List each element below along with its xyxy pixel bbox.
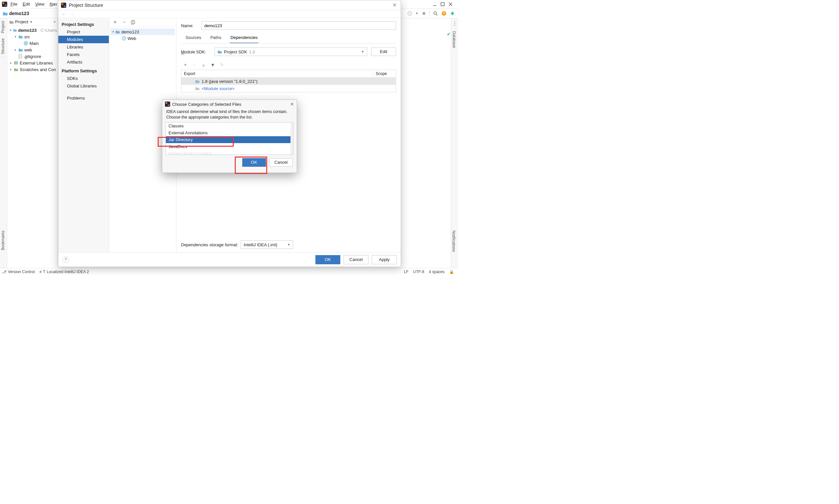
separator [429,11,430,16]
tree-node-main[interactable]: CMain [8,40,57,47]
list-item[interactable]: Jar Directory [166,136,293,143]
list-item[interactable]: JavaDocs [166,143,293,150]
tree-node-web[interactable]: ▸web [8,47,57,53]
nav-sdks[interactable]: SDKs [58,75,109,82]
tree-node-scratches[interactable]: ▸Scratches and Con [8,66,57,73]
project-tree[interactable]: ▾demo123 C:\Users ▾src CMain ▸web .gitig… [7,25,58,74]
intellij-logo-icon [2,2,7,7]
svg-rect-20 [64,5,66,7]
edit-dependency-icon: ✎ [220,62,224,68]
window-close-icon[interactable] [448,2,453,6]
tab-dependencies[interactable]: Dependencies [230,33,258,43]
menu-navigate[interactable]: Nav [48,1,59,7]
nav-global-libraries[interactable]: Global Libraries [58,82,109,90]
dialog-close-icon[interactable]: ✕ [391,2,398,8]
rail-more-icon[interactable]: ⋮ [451,18,458,29]
nav-modules[interactable]: Modules [58,36,109,43]
module-tree[interactable]: ▾ demo123 Web [109,26,176,43]
status-lock-icon[interactable]: 🔒 [449,270,454,274]
list-item[interactable]: Classes [166,123,293,129]
add-dependency-icon[interactable]: ＋ [183,62,188,68]
svg-line-10 [436,14,438,15]
choose-categories-dialog: Choose Categories of Selected Files ✕ ID… [162,100,297,173]
menu-view[interactable]: View [33,1,46,7]
dialog-close-icon[interactable]: ✕ [290,102,294,107]
project-tool-window: Project ▼ ⌖ ▾demo123 C:\Users ▾src CMain… [7,18,58,268]
toolwindow-vcs-tab[interactable]: ⎇ Version Control [2,270,35,274]
project-view-caret-icon[interactable]: ▼ [30,20,32,23]
category-list[interactable]: Classes External Annotations Jar Directo… [166,122,293,155]
col-export[interactable]: Export [181,70,373,77]
rail-tab-bookmarks[interactable]: Bookmarks [0,229,6,252]
tree-node-demo123[interactable]: ▾demo123 C:\Users [8,27,57,33]
list-item[interactable]: Native Library Location [166,150,293,155]
tree-node-gitignore[interactable]: .gitignore [8,53,57,59]
select-opened-file-icon[interactable]: ⌖ [53,19,56,24]
tab-sources[interactable]: Sources [185,33,202,43]
dependencies-toolbar: ＋ － ▲ ▼ ✎ [181,61,396,69]
status-indent[interactable]: 4 spaces [429,270,445,274]
dialog-title: Project Structure [69,3,103,8]
nav-back-icon[interactable]: ← [62,12,66,17]
remove-module-icon[interactable]: － [122,19,127,25]
module-node-demo123[interactable]: ▾ demo123 [110,29,175,35]
nav-artifacts[interactable]: Artifacts [58,58,109,66]
breadcrumb[interactable]: demo123 [3,11,29,16]
list-item[interactable]: External Annotations [166,129,293,136]
add-module-icon[interactable]: ＋ [113,19,118,25]
window-minimize-icon[interactable] [432,2,437,6]
rail-tab-project[interactable]: Project [0,18,6,36]
rail-tab-structure[interactable]: Structure [0,36,6,57]
cancel-button[interactable]: Cancel [269,158,293,167]
run-config-icon[interactable] [407,11,413,16]
dialog-titlebar: Project Structure ✕ [58,0,401,10]
dialog-title: Choose Categories of Selected Files [172,102,241,107]
rail-tab-notifications[interactable]: Notifications [451,229,457,254]
ok-button[interactable]: OK [242,158,266,167]
svg-text:C: C [25,42,27,45]
svg-rect-16 [15,61,16,65]
rail-tab-database[interactable]: Database [451,29,457,50]
nav-facets[interactable]: Facets [58,51,109,58]
status-encoding[interactable]: UTF-8 [413,270,424,274]
svg-point-9 [434,12,436,14]
ok-button[interactable]: OK [315,255,340,264]
search-icon[interactable] [432,11,438,16]
tree-node-src[interactable]: ▾src [8,33,57,40]
cancel-button[interactable]: Cancel [344,255,369,264]
move-down-icon[interactable]: ▼ [210,62,215,68]
module-sdk-select[interactable]: Project SDK 1.8 ▼ [215,48,367,56]
updates-available-icon[interactable] [441,11,447,16]
storage-format-select[interactable]: IntelliJ IDEA (.iml) ▼ [241,240,293,249]
nav-problems[interactable]: Problems [58,94,109,102]
module-node-web[interactable]: Web [110,35,175,41]
sdk-edit-button[interactable]: Edit [371,48,396,56]
nav-libraries[interactable]: Libraries [58,43,109,51]
col-scope[interactable]: Scope [373,70,396,77]
dependencies-table: Export Scope 1.8 (java version "1.8.0_22… [181,70,396,92]
apply-button[interactable]: Apply [372,255,397,264]
tree-node-external-libraries[interactable]: ▸External Libraries [8,59,57,66]
dependency-row[interactable]: 1.8 (java version "1.8.0_221") [181,78,396,85]
menu-file[interactable]: File [8,1,19,7]
copy-module-icon[interactable] [131,20,135,24]
status-line-sep[interactable]: LF [404,270,409,274]
editor-analysis-strip: ✔ [447,18,451,268]
tab-paths[interactable]: Paths [210,33,222,43]
menu-edit[interactable]: Edit [21,1,32,7]
svg-rect-19 [62,3,63,5]
remove-dependency-icon: － [192,62,197,68]
help-icon[interactable]: ? [62,256,69,263]
scrollbar[interactable] [290,123,293,155]
code-with-me-icon[interactable] [449,11,456,16]
nav-project[interactable]: Project [58,28,109,36]
dialog-nav-row: ← → [58,10,401,18]
stop-icon[interactable] [421,11,427,16]
dependency-row[interactable]: <Module source> [181,85,396,92]
module-name-input[interactable] [201,21,396,30]
status-message: Localized IntelliJ IDEA 2 [47,270,89,274]
folder-icon [9,20,14,24]
window-maximize-icon[interactable] [440,2,445,6]
run-config-caret-icon[interactable]: ▼ [415,12,418,15]
toolwindow-todo-tab[interactable]: ≡ T [39,270,45,274]
